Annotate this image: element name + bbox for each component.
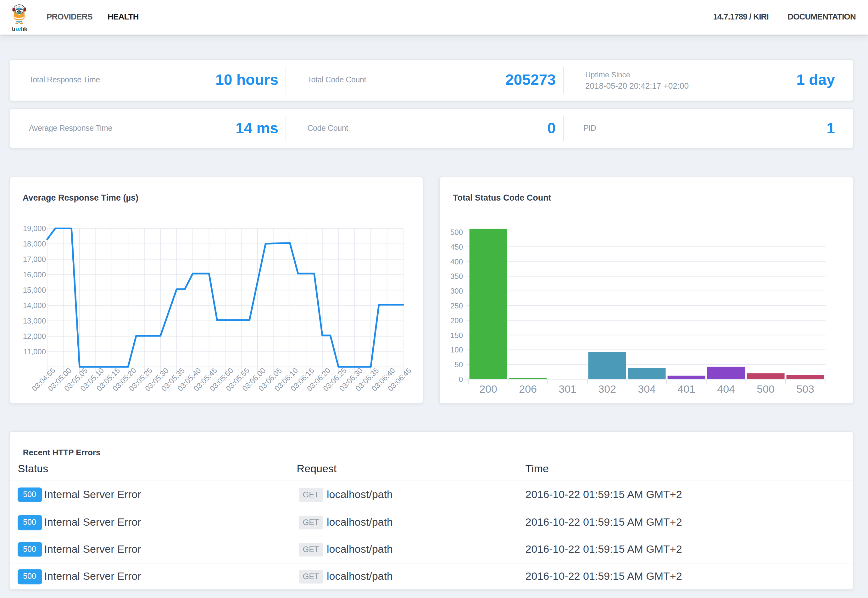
svg-text:300: 300 [450, 287, 463, 295]
svg-text:11,000: 11,000 [23, 347, 46, 356]
svg-text:18,000: 18,000 [23, 239, 46, 248]
svg-text:100: 100 [450, 345, 463, 354]
svg-text:503: 503 [796, 383, 814, 395]
svg-text:404: 404 [717, 383, 735, 395]
svg-text:302: 302 [598, 383, 616, 395]
svg-text:350: 350 [450, 272, 463, 280]
svg-text:16,000: 16,000 [23, 271, 46, 279]
svg-text:12,000: 12,000 [23, 332, 46, 341]
svg-text:Average Response Time (µs): Average Response Time (µs) [22, 193, 138, 202]
svg-text:150: 150 [450, 331, 463, 339]
svg-text:400: 400 [450, 257, 463, 266]
svg-text:206: 206 [519, 383, 537, 395]
svg-text:304: 304 [638, 383, 656, 395]
svg-text:13,000: 13,000 [23, 317, 46, 325]
svg-text:250: 250 [450, 302, 463, 310]
svg-text:500: 500 [450, 228, 463, 236]
svg-text:500: 500 [757, 383, 775, 395]
svg-text:17,000: 17,000 [23, 255, 46, 263]
svg-text:0: 0 [459, 375, 463, 384]
svg-text:401: 401 [677, 383, 695, 395]
svg-text:450: 450 [450, 243, 463, 251]
svg-text:15,000: 15,000 [23, 286, 46, 294]
svg-text:14,000: 14,000 [23, 301, 46, 310]
svg-text:200: 200 [479, 383, 497, 395]
svg-text:301: 301 [558, 383, 576, 395]
svg-text:50: 50 [455, 360, 463, 369]
svg-text:19,000: 19,000 [23, 224, 46, 233]
svg-text:200: 200 [450, 316, 463, 325]
svg-text:Total Status Code Count: Total Status Code Count [453, 193, 551, 202]
